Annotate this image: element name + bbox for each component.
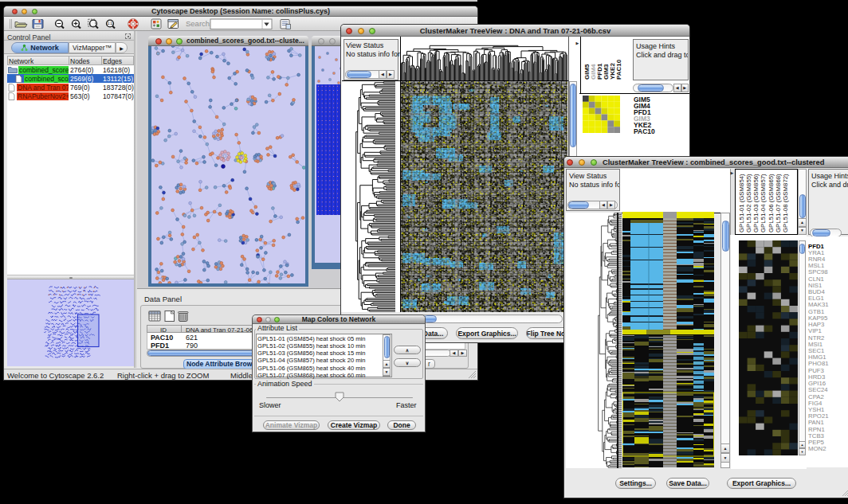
svg-text:Search:: Search: bbox=[186, 19, 212, 28]
svg-text:1:1: 1:1 bbox=[108, 21, 113, 25]
